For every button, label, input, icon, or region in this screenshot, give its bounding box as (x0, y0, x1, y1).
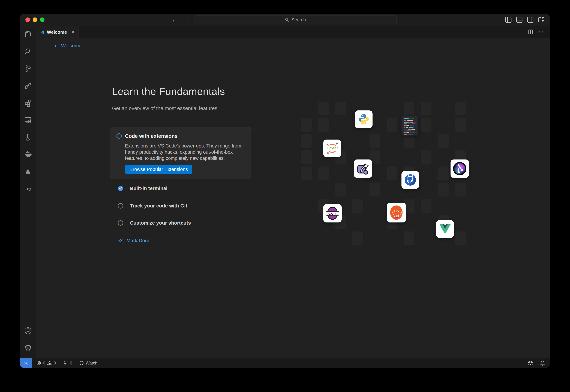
settings-gear-icon[interactable] (20, 339, 36, 356)
search-placeholder: Search (291, 17, 306, 23)
vscode-logo-icon (40, 30, 44, 35)
step-built-in-terminal[interactable]: Built-in terminal (118, 186, 168, 191)
titlebar: ← → Search (20, 14, 550, 26)
github-icon (401, 171, 419, 189)
activity-testing-icon[interactable] (20, 128, 36, 146)
vue-icon (436, 220, 454, 238)
toggle-secondary-sidebar-icon[interactable] (527, 17, 533, 23)
ports-count: 0 (70, 361, 72, 365)
back-link-label: Welcome (61, 43, 82, 49)
double-check-icon (117, 238, 123, 243)
ports-broadcast-icon (63, 361, 68, 365)
remote-indicator-button[interactable] (20, 358, 32, 368)
decorative-tile (370, 183, 380, 196)
decorative-tile (421, 102, 431, 115)
vscode-window: ← → Search (20, 14, 550, 368)
decorative-tile (421, 199, 431, 213)
command-center-search[interactable]: Search (194, 15, 397, 24)
ports-status-item[interactable]: 0 (63, 361, 72, 365)
decorative-tile (301, 118, 312, 132)
step-card-title: Code with extensions (125, 133, 178, 139)
step-label: Customize your shortcuts (130, 220, 191, 226)
step-customize-your-shortcuts[interactable]: Customize your shortcuts (118, 220, 191, 226)
step-track-your-code-with-git[interactable]: Track your code with Git (118, 203, 187, 209)
more-actions-icon[interactable] (538, 29, 544, 35)
notifications-bell-icon[interactable] (540, 360, 545, 366)
decorative-tile (301, 150, 312, 164)
toggle-primary-sidebar-icon[interactable] (505, 17, 512, 23)
step-todo-circle-icon[interactable] (118, 203, 123, 209)
activity-docker-icon[interactable] (20, 146, 36, 163)
svg-text:Lint: Lint (394, 214, 399, 217)
copilot-icon[interactable] (527, 360, 533, 366)
svg-text:}: } (399, 209, 403, 215)
step-card-code-with-extensions[interactable]: Code with extensions Extensions are VS C… (110, 127, 251, 179)
decorative-tile (455, 231, 466, 245)
decorative-tile (438, 134, 449, 148)
jupyter-icon: jupyter (323, 140, 341, 157)
step-done-check-icon[interactable] (118, 186, 123, 191)
watch-status-item[interactable]: Watch (79, 361, 97, 365)
decorative-tile (318, 118, 329, 132)
activity-extensions-icon[interactable] (20, 94, 36, 111)
activity-comments-icon[interactable] (20, 180, 36, 197)
accounts-icon[interactable] (20, 322, 36, 339)
activity-bar (20, 26, 36, 358)
browse-popular-extensions-button[interactable]: Browse Popular Extensions (125, 165, 192, 174)
welcome-walkthrough-page: ‹ Welcome Learn the Fundamentals Get an … (36, 38, 550, 358)
activity-explorer-icon[interactable] (20, 26, 36, 43)
warnings-count: 0 (54, 361, 56, 365)
decorative-tile (335, 183, 346, 196)
decorative-tile (404, 231, 414, 245)
python-icon (355, 111, 372, 128)
nav-forward-icon[interactable]: → (184, 17, 190, 23)
customize-layout-icon[interactable] (538, 17, 544, 23)
remote-icon (24, 361, 28, 365)
macos-close-button[interactable] (25, 17, 30, 22)
errors-count: 0 (43, 361, 45, 365)
errors-icon (37, 361, 41, 365)
decorative-tile (404, 102, 414, 115)
decorative-tile (455, 183, 466, 196)
decorative-tile (421, 118, 431, 132)
tab-close-icon[interactable]: ✕ (71, 29, 75, 35)
activity-run-debug-icon[interactable] (20, 77, 36, 94)
step-radio-icon[interactable] (116, 133, 122, 139)
tab-welcome[interactable]: Welcome ✕ (36, 26, 79, 38)
watch-circle-icon (79, 361, 84, 365)
activity-firebase-icon[interactable] (20, 163, 36, 180)
tab-label: Welcome (47, 29, 67, 35)
walkthrough-subtitle: Get an overview of the most essential fe… (112, 106, 217, 111)
back-to-welcome-link[interactable]: ‹ Welcome (55, 43, 82, 49)
nav-back-icon[interactable]: ← (172, 17, 178, 23)
mark-done-link[interactable]: Mark Done (117, 238, 151, 243)
search-icon (285, 17, 289, 22)
decorative-tile (455, 118, 466, 132)
activity-search-icon[interactable] (20, 43, 36, 60)
macos-zoom-button[interactable] (40, 17, 44, 22)
decorative-tile (318, 167, 329, 180)
decorative-tile (404, 134, 414, 148)
decorative-tile (370, 134, 380, 148)
tab-bar: Welcome ✕ (36, 26, 550, 38)
toggle-panel-icon[interactable] (516, 17, 523, 23)
decorative-tile (352, 231, 363, 245)
decorative-tile (352, 199, 363, 213)
walkthrough-title: Learn the Fundamentals (112, 85, 225, 97)
svg-text:C/C++: C/C++ (328, 212, 337, 215)
decorative-tile (438, 183, 449, 196)
step-todo-circle-icon[interactable] (118, 220, 123, 226)
watch-label: Watch (86, 361, 97, 365)
problems-status-item[interactable]: 0 0 (37, 361, 56, 365)
decorative-tile (438, 167, 449, 180)
decorative-tile (335, 102, 346, 115)
split-editor-icon[interactable] (528, 29, 533, 35)
decorative-tile (421, 150, 431, 164)
decorative-tile (301, 167, 312, 180)
step-label: Track your code with Git (130, 203, 187, 209)
activity-source-control-icon[interactable] (20, 60, 36, 77)
status-bar: 0 0 0 Watch (20, 358, 550, 368)
decorative-tile (318, 102, 329, 115)
activity-remote-explorer-icon[interactable] (20, 111, 36, 128)
macos-minimize-button[interactable] (33, 17, 37, 22)
